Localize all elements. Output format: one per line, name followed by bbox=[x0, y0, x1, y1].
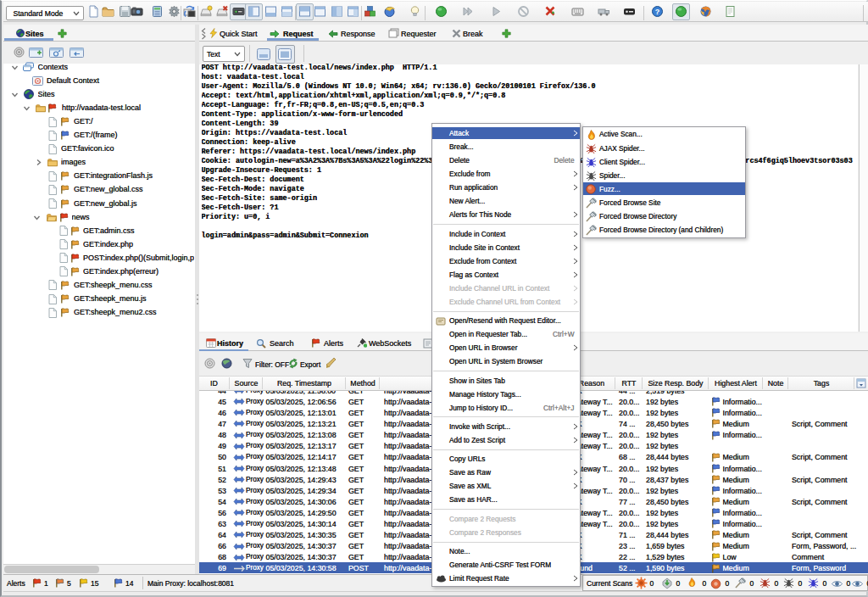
svg-text:?: ? bbox=[655, 8, 660, 16]
